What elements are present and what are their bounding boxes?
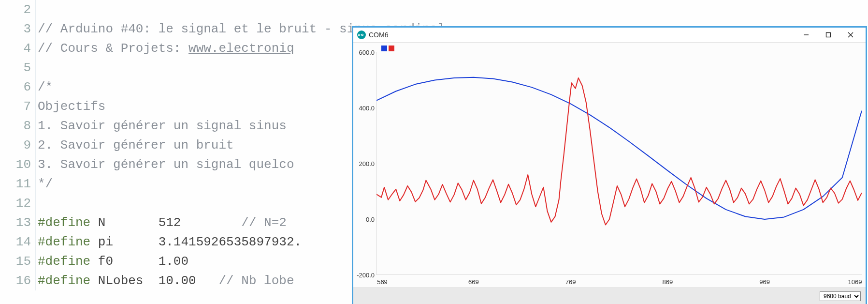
code-token: #define [38,254,90,269]
code-content[interactable]: /* [36,80,53,94]
code-token: www.electroniq [188,41,294,56]
chart-canvas [376,52,862,275]
y-axis: -200.00.0200.0400.0600.0 [353,52,376,275]
line-number: 2 [0,2,35,17]
svg-rect-1 [826,33,831,37]
x-tick-label: 969 [759,278,770,286]
code-content[interactable]: */ [36,177,53,191]
x-axis: 5696697698699691069 [376,277,862,286]
line-number: 7 [0,99,35,114]
code-content[interactable]: // Cours & Projets: www.electroniq [36,41,294,56]
code-content[interactable]: 1. Savoir générer un signal sinus [36,119,294,133]
baud-select[interactable]: 9600 baud [820,291,861,301]
y-tick-label: 200.0 [359,160,375,167]
x-tick-label: 1069 [848,278,862,286]
plot-area: -200.00.0200.0400.0600.0 569669769869969… [353,43,866,288]
y-tick-label: 0.0 [366,216,375,223]
code-token: N 512 [90,215,241,230]
series-line [376,78,862,225]
arduino-infinity-icon [357,30,366,39]
line-number: 4 [0,41,35,56]
code-token: 1. Savoir générer un signal sinus [38,119,294,133]
code-content[interactable]: #define f0 1.00 [36,254,188,269]
line-number: 13 [0,215,35,230]
code-token: 2. Savoir générer un bruit [38,138,234,152]
code-content[interactable]: Objectifs [36,99,105,114]
line-number: 9 [0,138,35,152]
window-title: COM6 [369,31,388,39]
line-number: 3 [0,22,35,36]
y-tick-label: -200.0 [357,272,375,279]
line-number: 14 [0,235,35,249]
line-number: 12 [0,196,35,211]
code-token: #define [38,274,90,288]
plotter-bottom-bar: 9600 baud [353,288,866,304]
code-token: pi 3.1415926535897932. [90,235,302,249]
legend-swatch [381,46,387,51]
code-content[interactable]: #define pi 3.1415926535897932. [36,235,302,249]
y-tick-label: 600.0 [359,49,375,56]
code-content[interactable]: 3. Savoir générer un signal quelco [36,157,294,172]
close-button[interactable] [839,28,862,42]
maximize-button[interactable] [817,28,839,42]
code-token: #define [38,215,90,230]
line-number: 5 [0,61,35,75]
line-number: 11 [0,177,35,191]
code-token: f0 1.00 [90,254,188,269]
legend [381,46,394,51]
series-line [376,77,862,219]
code-token: // Cours & Projets: [38,41,188,56]
y-tick-label: 400.0 [359,105,375,112]
line-number: 6 [0,80,35,94]
serial-plotter-window: COM6 -200.00.0200.0400.0600.0 5696697698… [352,26,867,304]
code-content[interactable]: 2. Savoir générer un bruit [36,138,234,152]
legend-swatch [389,46,394,51]
code-token: /* [38,80,53,94]
gutter-divider [35,58,36,77]
line-number: 15 [0,254,35,269]
code-token: NLobes 10.00 [90,274,218,288]
minimize-button[interactable] [795,28,817,42]
code-line[interactable]: 2 [0,0,868,19]
code-content[interactable]: #define N 512 // N=2 [36,215,287,230]
code-token: Objectifs [38,99,105,114]
code-token: */ [38,177,53,191]
x-tick-label: 869 [663,278,673,286]
line-number: 8 [0,119,35,133]
x-tick-label: 569 [377,278,388,286]
code-content[interactable]: #define NLobes 10.00 // Nb lobe [36,274,294,288]
gutter-divider [35,0,36,19]
x-tick-label: 669 [468,278,479,286]
gutter-divider [35,194,36,213]
code-token: #define [38,235,90,249]
x-tick-label: 769 [565,278,576,286]
code-token: // N=2 [241,215,287,230]
line-number: 16 [0,274,35,288]
window-controls [795,28,862,42]
code-token: 3. Savoir générer un signal quelco [38,157,294,172]
code-token: // Nb lobe [218,274,294,288]
line-number: 10 [0,157,35,172]
titlebar[interactable]: COM6 [353,28,866,43]
